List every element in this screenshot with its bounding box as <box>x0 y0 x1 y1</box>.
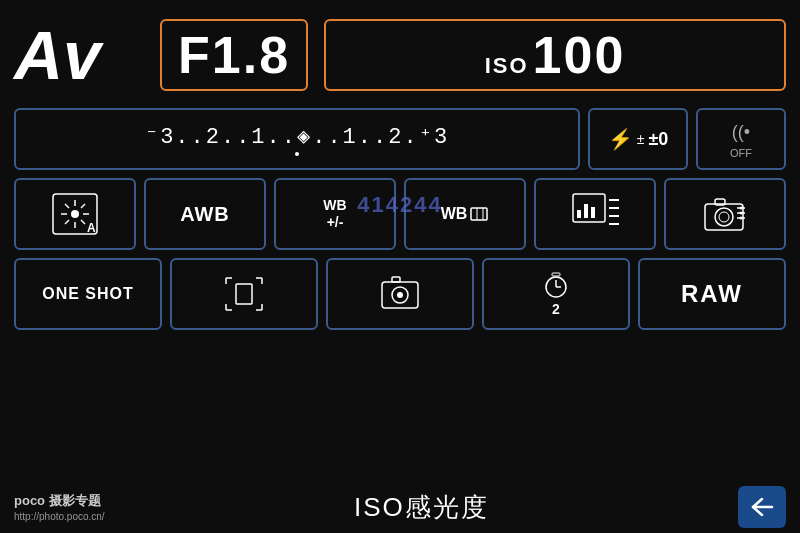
svg-line-7 <box>65 204 69 208</box>
svg-point-44 <box>397 292 403 298</box>
svg-point-25 <box>719 212 729 222</box>
wifi-off-label: OFF <box>730 147 752 159</box>
svg-point-32 <box>740 217 743 220</box>
row-exposure-flash-wifi: ⁻3..2..1..◈..1..2.⁺3 ⚡ ± ±0 ((• OFF <box>14 108 786 170</box>
wb-bracket-content: WB <box>441 204 490 224</box>
wifi-content: ((• OFF <box>723 119 759 159</box>
aperture-box[interactable]: F1.8 <box>160 19 308 91</box>
flash-value: ±0 <box>648 129 668 150</box>
af-mode-box[interactable]: ONE SHOT <box>14 258 162 330</box>
row-drive-mode: ONE SHOT <box>14 258 786 330</box>
back-icon <box>748 495 776 519</box>
awb-label: AWB <box>180 203 230 226</box>
svg-line-9 <box>81 204 85 208</box>
exposure-dot <box>295 152 299 156</box>
svg-rect-18 <box>591 207 595 218</box>
svg-rect-33 <box>236 284 252 304</box>
svg-point-24 <box>715 208 733 226</box>
mode-label: Av <box>14 21 134 89</box>
svg-line-10 <box>65 220 69 224</box>
timer-label: 2 <box>552 301 560 317</box>
svg-point-2 <box>71 210 79 218</box>
aperture-value: F1.8 <box>178 26 290 84</box>
exposure-scale: ⁻3..2..1..◈..1..2.⁺3 <box>145 123 449 150</box>
flash-compensation-box[interactable]: ⚡ ± ±0 <box>588 108 688 170</box>
camera-screen: Av F1.8 ISO 100 ⁻3..2..1..◈..1..2.⁺3 ⚡ ±… <box>0 0 800 533</box>
raw-box[interactable]: RAW <box>638 258 786 330</box>
exposure-marker <box>28 152 566 156</box>
auto-lighting-icon <box>699 190 751 238</box>
bottom-bar: poco 摄影专题 http://photo.poco.cn/ ISO感光度 <box>0 481 800 533</box>
flash-plus-minus: ± <box>637 131 645 147</box>
awb-box[interactable]: AWB <box>144 178 266 250</box>
iso-value: 100 <box>533 25 626 85</box>
svg-rect-12 <box>471 208 487 220</box>
oneshot-label: ONE SHOT <box>42 285 134 303</box>
flash-icon: ⚡ <box>608 127 633 151</box>
liveview-box[interactable] <box>326 258 474 330</box>
iso-label-super: ISO <box>485 55 529 77</box>
row-mode-aperture-iso: Av F1.8 ISO 100 <box>14 10 786 100</box>
iso-box[interactable]: ISO 100 <box>324 19 786 91</box>
svg-text:A: A <box>87 221 96 235</box>
wifi-box[interactable]: ((• OFF <box>696 108 786 170</box>
timer-box[interactable]: 2 <box>482 258 630 330</box>
wifi-icon: ((• <box>723 119 759 147</box>
exposure-compensation-box[interactable]: ⁻3..2..1..◈..1..2.⁺3 <box>14 108 580 170</box>
iso-sensitivity-label: ISO感光度 <box>354 490 489 525</box>
wb-text: WB <box>441 205 468 223</box>
af-point-icon <box>222 274 266 314</box>
metering-box[interactable]: A <box>14 178 136 250</box>
svg-rect-16 <box>577 210 581 218</box>
poco-logo: poco 摄影专题 http://photo.poco.cn/ <box>14 492 105 522</box>
svg-point-30 <box>740 207 743 210</box>
picture-style-box[interactable] <box>534 178 656 250</box>
poco-line1: poco 摄影专题 <box>14 492 105 510</box>
liveview-icon <box>378 274 422 314</box>
wb-plus-label: WB+/- <box>323 197 346 231</box>
svg-point-31 <box>740 212 743 215</box>
svg-rect-49 <box>552 273 560 276</box>
raw-label: RAW <box>681 280 743 308</box>
picture-style-icon <box>569 190 621 238</box>
back-button[interactable] <box>738 486 786 528</box>
auto-lighting-box[interactable] <box>664 178 786 250</box>
metering-icon: A <box>49 190 101 238</box>
af-point-box[interactable] <box>170 258 318 330</box>
svg-rect-45 <box>392 277 400 282</box>
wb-bracket-icon <box>469 204 489 224</box>
svg-line-8 <box>81 220 85 224</box>
watermark: 414244 <box>357 192 442 218</box>
timer-icon <box>541 271 571 299</box>
poco-line2: http://photo.poco.cn/ <box>14 511 105 522</box>
svg-rect-17 <box>584 204 588 218</box>
svg-text:((•: ((• <box>732 122 750 142</box>
